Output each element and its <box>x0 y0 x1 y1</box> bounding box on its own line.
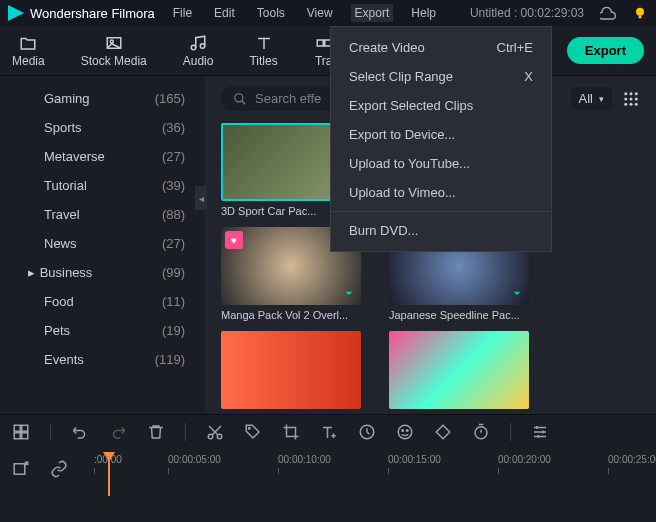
toolbar: Media Stock Media Audio Titles Tra Expor… <box>0 26 656 76</box>
download-icon[interactable] <box>509 285 525 301</box>
svg-rect-6 <box>317 40 323 46</box>
redo-icon[interactable] <box>109 423 127 441</box>
svg-point-28 <box>407 429 409 431</box>
search-icon <box>233 92 247 106</box>
sidebar-item-business[interactable]: ▸ Business(99) <box>0 258 205 287</box>
chevron-down-icon: ▾ <box>599 94 604 104</box>
svg-point-26 <box>398 425 412 439</box>
tag-icon[interactable] <box>244 423 262 441</box>
export-button[interactable]: Export <box>567 37 644 64</box>
menu-export-device[interactable]: Export to Device... <box>331 120 551 149</box>
svg-point-0 <box>636 8 644 16</box>
menu-upload-vimeo[interactable]: Upload to Vimeo... <box>331 178 551 207</box>
effect-thumb[interactable] <box>389 331 529 409</box>
sidebar-item-gaming[interactable]: Gaming(165) <box>0 84 205 113</box>
link-icon[interactable] <box>50 460 68 478</box>
sidebar-item-travel[interactable]: Travel(88) <box>0 200 205 229</box>
adjust-icon[interactable] <box>531 423 549 441</box>
svg-point-10 <box>630 92 633 95</box>
svg-point-27 <box>402 429 404 431</box>
svg-rect-1 <box>639 16 642 19</box>
menu-select-clip-range[interactable]: Select Clip RangeX <box>331 62 551 91</box>
layout-icon[interactable] <box>12 423 30 441</box>
thumb-preview <box>221 331 361 409</box>
cut-icon[interactable] <box>206 423 224 441</box>
effect-thumb[interactable] <box>221 331 361 409</box>
grid-view-icon[interactable] <box>622 90 640 108</box>
cloud-icon[interactable] <box>600 5 616 21</box>
svg-point-15 <box>624 102 627 105</box>
separator <box>185 423 186 441</box>
svg-point-24 <box>249 427 251 429</box>
menu-burn-dvd[interactable]: Burn DVD... <box>331 216 551 245</box>
speed-icon[interactable] <box>358 423 376 441</box>
app-name: Wondershare Filmora <box>30 6 155 21</box>
track-add-icon[interactable] <box>12 460 30 478</box>
delete-icon[interactable] <box>147 423 165 441</box>
svg-rect-21 <box>22 432 28 438</box>
image-icon <box>104 34 124 52</box>
svg-point-14 <box>635 97 638 100</box>
download-icon[interactable] <box>341 285 357 301</box>
sidebar-item-tutorial[interactable]: Tutorial(39) <box>0 171 205 200</box>
menu-create-video[interactable]: Create VideoCtrl+E <box>331 33 551 62</box>
tab-stock-media[interactable]: Stock Media <box>81 34 147 68</box>
sidebar-item-pets[interactable]: Pets(19) <box>0 316 205 345</box>
sidebar-item-sports[interactable]: Sports(36) <box>0 113 205 142</box>
bulb-icon[interactable] <box>632 5 648 21</box>
menu-export-selected[interactable]: Export Selected Clips <box>331 91 551 120</box>
editing-toolbar <box>0 414 656 448</box>
tab-titles[interactable]: Titles <box>249 34 277 68</box>
tab-audio[interactable]: Audio <box>183 34 214 68</box>
sidebar-item-food[interactable]: Food(11) <box>0 287 205 316</box>
svg-rect-30 <box>14 464 25 475</box>
heart-icon[interactable]: ♥ <box>225 231 243 249</box>
svg-point-3 <box>110 40 113 43</box>
tick-label: 00:00:05:00 <box>168 454 221 465</box>
menu-upload-youtube[interactable]: Upload to YouTube... <box>331 149 551 178</box>
timer-icon[interactable] <box>472 423 490 441</box>
caret-right-icon: ▸ <box>28 265 36 280</box>
menu-file[interactable]: File <box>169 4 196 22</box>
menu-help[interactable]: Help <box>407 4 440 22</box>
crop-icon[interactable] <box>282 423 300 441</box>
text-add-icon[interactable] <box>320 423 338 441</box>
tab-media[interactable]: Media <box>12 34 45 68</box>
text-icon <box>254 34 274 52</box>
menu-view[interactable]: View <box>303 4 337 22</box>
undo-icon[interactable] <box>71 423 89 441</box>
filmora-icon <box>8 5 24 21</box>
menu-separator <box>331 211 551 212</box>
category-sidebar: Gaming(165) Sports(36) Metaverse(27) Tut… <box>0 76 205 414</box>
music-icon <box>188 34 208 52</box>
sidebar-item-events[interactable]: Events(119) <box>0 345 205 374</box>
svg-point-5 <box>200 43 205 48</box>
svg-point-9 <box>624 92 627 95</box>
svg-point-11 <box>635 92 638 95</box>
filter-dropdown[interactable]: All ▾ <box>571 87 612 110</box>
time-ruler[interactable]: :00:00 00:00:05:00 00:00:10:00 00:00:15:… <box>88 454 644 494</box>
svg-point-4 <box>191 45 196 50</box>
tick-label: 00:00:20:00 <box>498 454 551 465</box>
tick-label: 00:00:10:00 <box>278 454 331 465</box>
export-dropdown-menu: Create VideoCtrl+E Select Clip RangeX Ex… <box>330 26 552 252</box>
thumb-label: Japanese Speedline Pac... <box>389 309 529 321</box>
menu-edit[interactable]: Edit <box>210 4 239 22</box>
titlebar: Wondershare Filmora File Edit Tools View… <box>0 0 656 26</box>
separator <box>510 423 511 441</box>
menu-export[interactable]: Export <box>351 4 394 22</box>
thumb-label: Manga Pack Vol 2 Overl... <box>221 309 361 321</box>
collapse-handle[interactable]: ◂ <box>195 186 207 210</box>
svg-point-16 <box>630 102 633 105</box>
menu-tools[interactable]: Tools <box>253 4 289 22</box>
folder-icon <box>18 34 38 52</box>
svg-point-13 <box>630 97 633 100</box>
timeline[interactable]: :00:00 00:00:05:00 00:00:10:00 00:00:15:… <box>0 448 656 496</box>
svg-rect-20 <box>14 432 20 438</box>
tick-label: 00:00:25:00 <box>608 454 656 465</box>
svg-point-12 <box>624 97 627 100</box>
sidebar-item-news[interactable]: News(27) <box>0 229 205 258</box>
color-icon[interactable] <box>396 423 414 441</box>
keyframe-icon[interactable] <box>434 423 452 441</box>
sidebar-item-metaverse[interactable]: Metaverse(27) <box>0 142 205 171</box>
